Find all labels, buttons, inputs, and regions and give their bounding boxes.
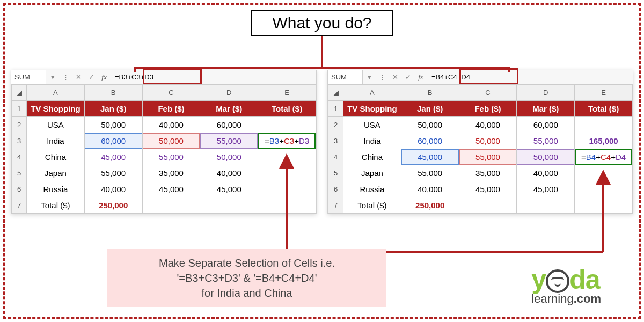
cell[interactable]: 45,000 — [459, 181, 517, 197]
header-cell[interactable]: Mar ($) — [200, 101, 258, 117]
cell[interactable]: Japan — [343, 165, 401, 181]
cell[interactable] — [258, 117, 316, 133]
cell[interactable]: 60,000 — [401, 133, 459, 149]
row-header[interactable]: 1 — [12, 101, 27, 117]
cell[interactable]: 45,000 — [84, 149, 142, 165]
cell[interactable] — [575, 117, 633, 133]
header-cell[interactable]: Feb ($) — [459, 101, 517, 117]
col-header[interactable]: B — [84, 85, 142, 101]
cell[interactable]: India — [27, 133, 85, 149]
cell[interactable]: 45,000 — [142, 181, 200, 197]
result-cell[interactable]: 165,000 — [575, 133, 633, 149]
cell[interactable]: Total ($) — [343, 197, 401, 214]
formula-text[interactable]: =B4+C4+D4 — [427, 73, 470, 81]
cell[interactable]: 60,000 — [517, 117, 575, 133]
cell-ref-blue[interactable]: 60,000 — [84, 133, 142, 149]
select-all-corner[interactable]: ◢ — [328, 85, 343, 101]
cell[interactable]: 50,000 — [459, 133, 517, 149]
total-cell[interactable]: 250,000 — [401, 197, 459, 214]
formula-text[interactable]: =B3+C3+D3 — [111, 73, 153, 81]
row-header[interactable]: 5 — [328, 165, 343, 181]
cell-ref-purple[interactable]: 50,000 — [517, 149, 575, 165]
total-cell[interactable]: 250,000 — [84, 197, 142, 214]
row-header[interactable]: 2 — [328, 117, 343, 133]
col-header[interactable]: D — [200, 85, 258, 101]
col-header[interactable]: B — [401, 85, 459, 101]
cell[interactable]: 40,000 — [142, 117, 200, 133]
cell[interactable]: 50,000 — [401, 117, 459, 133]
cell[interactable]: 40,000 — [517, 165, 575, 181]
cell[interactable]: 40,000 — [84, 181, 142, 197]
cell[interactable]: 35,000 — [142, 165, 200, 181]
header-cell[interactable]: Feb ($) — [142, 101, 200, 117]
cell[interactable]: USA — [27, 117, 85, 133]
row-header[interactable]: 7 — [328, 197, 343, 214]
header-cell[interactable]: Total ($) — [575, 101, 633, 117]
row-header[interactable]: 6 — [12, 181, 27, 197]
cell-ref-red[interactable]: 55,000 — [459, 149, 517, 165]
row-header[interactable]: 3 — [12, 133, 27, 149]
cell[interactable]: China — [343, 149, 401, 165]
col-header[interactable]: C — [142, 85, 200, 101]
cell[interactable]: 35,000 — [459, 165, 517, 181]
row-header[interactable]: 5 — [12, 165, 27, 181]
cell[interactable]: 40,000 — [401, 181, 459, 197]
dropdown-icon[interactable]: ▾ — [46, 73, 59, 81]
cell[interactable]: USA — [343, 117, 401, 133]
col-header[interactable]: E — [575, 85, 633, 101]
enter-icon[interactable]: ✓ — [85, 73, 98, 81]
cell[interactable]: 55,000 — [142, 149, 200, 165]
name-box[interactable]: SUM — [11, 70, 46, 84]
col-header[interactable]: D — [517, 85, 575, 101]
cell[interactable]: Japan — [27, 165, 85, 181]
cancel-icon[interactable]: ✕ — [72, 73, 85, 81]
cell[interactable]: 55,000 — [84, 165, 142, 181]
cell[interactable]: 55,000 — [517, 133, 575, 149]
cell[interactable]: 40,000 — [200, 165, 258, 181]
cell[interactable]: 45,000 — [200, 181, 258, 197]
name-box[interactable]: SUM — [328, 70, 363, 84]
cell[interactable]: 60,000 — [200, 117, 258, 133]
active-cell[interactable]: =B4+C4+D4 — [575, 149, 633, 165]
header-cell[interactable]: Jan ($) — [401, 101, 459, 117]
cancel-icon[interactable]: ✕ — [389, 73, 401, 81]
enter-icon[interactable]: ✓ — [401, 73, 414, 81]
cell[interactable] — [459, 197, 517, 214]
col-header[interactable]: A — [27, 85, 85, 101]
header-cell[interactable]: Mar ($) — [517, 101, 575, 117]
cell[interactable] — [517, 197, 575, 214]
col-header[interactable]: E — [258, 85, 316, 101]
row-header[interactable]: 6 — [328, 181, 343, 197]
active-cell[interactable]: =B3+C3+D3 — [258, 133, 316, 149]
fx-icon[interactable]: fx — [98, 73, 111, 82]
cell[interactable] — [200, 197, 258, 214]
row-header[interactable]: 7 — [12, 197, 27, 214]
dropdown-icon[interactable]: ▾ — [363, 73, 376, 81]
cell[interactable]: China — [27, 149, 85, 165]
select-all-corner[interactable]: ◢ — [12, 85, 27, 101]
cell[interactable]: 50,000 — [200, 149, 258, 165]
cell[interactable]: Russia — [27, 181, 85, 197]
cell[interactable]: Total ($) — [27, 197, 85, 214]
header-cell[interactable]: TV Shopping — [27, 101, 85, 117]
cell[interactable]: 50,000 — [84, 117, 142, 133]
col-header[interactable]: C — [459, 85, 517, 101]
header-cell[interactable]: Total ($) — [258, 101, 316, 117]
cell[interactable]: India — [343, 133, 401, 149]
cell[interactable]: Russia — [343, 181, 401, 197]
col-header[interactable]: A — [343, 85, 401, 101]
row-header[interactable]: 2 — [12, 117, 27, 133]
cell[interactable]: 55,000 — [401, 165, 459, 181]
cell-ref-red[interactable]: 50,000 — [142, 133, 200, 149]
fx-icon[interactable]: fx — [414, 73, 427, 82]
cell[interactable]: 40,000 — [459, 117, 517, 133]
header-cell[interactable]: Jan ($) — [84, 101, 142, 117]
cell-ref-blue[interactable]: 45,000 — [401, 149, 459, 165]
cell-ref-purple[interactable]: 55,000 — [200, 133, 258, 149]
cell[interactable]: 45,000 — [517, 181, 575, 197]
row-header[interactable]: 3 — [328, 133, 343, 149]
row-header[interactable]: 1 — [328, 101, 343, 117]
row-header[interactable]: 4 — [328, 149, 343, 165]
cell[interactable] — [142, 197, 200, 214]
row-header[interactable]: 4 — [12, 149, 27, 165]
